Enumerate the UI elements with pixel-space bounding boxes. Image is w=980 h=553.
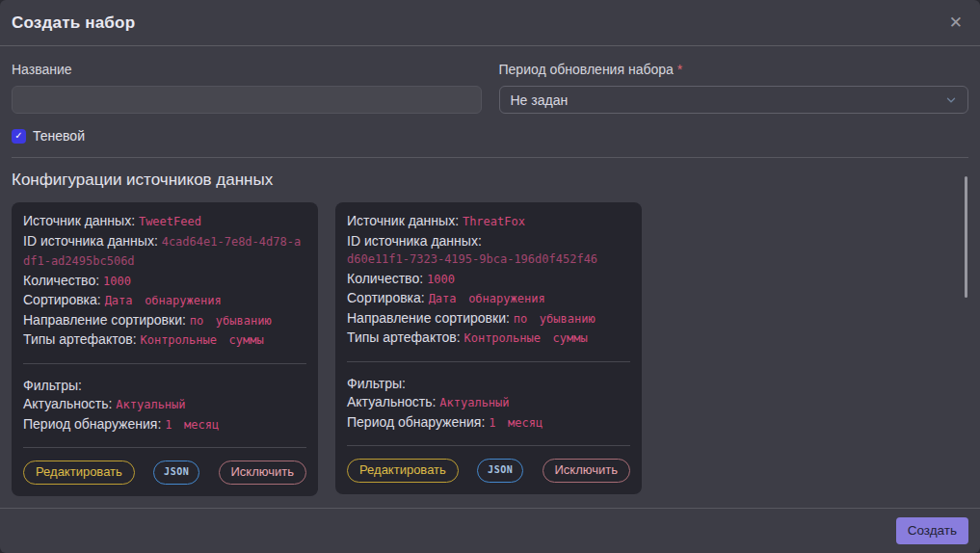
- count-value: 1000: [427, 273, 455, 286]
- card-divider: [23, 363, 306, 364]
- chevron-down-icon: [944, 93, 958, 107]
- sources-section: Конфигурации источников данных Источник …: [0, 158, 980, 508]
- close-button[interactable]: ✕: [945, 11, 967, 35]
- artifact-types-value: Контрольные суммы: [140, 333, 263, 347]
- card-buttons: Редактировать JSON Исключить: [347, 459, 630, 483]
- edit-button[interactable]: Редактировать: [23, 461, 135, 485]
- json-button[interactable]: JSON: [477, 459, 523, 483]
- detection-period-value: 1 месяц: [489, 416, 543, 430]
- shadow-checkbox-label: Теневой: [33, 128, 85, 144]
- source-name-value: ThreatFox: [463, 215, 525, 228]
- actuality-value: Актуальный: [439, 396, 509, 409]
- form-row: Название Период обновления набора * Не з…: [0, 46, 980, 114]
- sort-row: Сортировка: Дата обнаружения: [23, 291, 306, 311]
- card-divider: [347, 445, 630, 446]
- actuality-row: Актуальность: Актуальный: [347, 393, 630, 413]
- filters-heading: Фильтры:: [347, 375, 630, 394]
- update-period-select[interactable]: Не задан: [499, 86, 969, 114]
- sort-direction-row: Направление сортировки: по убыванию: [23, 311, 306, 331]
- exclude-button[interactable]: Исключить: [543, 459, 631, 483]
- detection-period-value: 1 месяц: [165, 418, 219, 432]
- count-row: Количество: 1000: [23, 272, 306, 292]
- modal-title: Создать набор: [12, 13, 135, 33]
- sort-direction-value: по убыванию: [190, 314, 272, 328]
- exclude-button[interactable]: Исключить: [219, 461, 307, 485]
- detection-period-row: Период обнаружения: 1 месяц: [23, 415, 306, 435]
- source-id-row: ID источника данных: 4cad64e1-7e8d-4d78-…: [23, 232, 306, 272]
- edit-button[interactable]: Редактировать: [347, 459, 459, 483]
- sort-direction-value: по убыванию: [514, 312, 596, 326]
- source-name-row: Источник данных: ThreatFox: [347, 212, 630, 232]
- source-name-value: TweetFeed: [139, 215, 201, 228]
- name-label: Название: [12, 62, 482, 77]
- json-button[interactable]: JSON: [153, 461, 199, 485]
- shadow-checkbox[interactable]: ✓: [12, 129, 26, 144]
- create-set-modal: Создать набор ✕ Название Период обновлен…: [0, 0, 980, 553]
- name-field-group: Название: [12, 62, 482, 114]
- count-value: 1000: [103, 275, 131, 288]
- source-id-row: ID источника данных: d60e11f1-7323-4195-…: [347, 232, 630, 270]
- check-icon: ✓: [14, 131, 22, 141]
- artifact-types-row: Типы артефактов: Контрольные суммы: [347, 329, 630, 349]
- actuality-value: Актуальный: [116, 398, 185, 411]
- create-button[interactable]: Создать: [896, 517, 968, 544]
- sort-direction-row: Направление сортировки: по убыванию: [347, 309, 630, 329]
- scrollbar-thumb[interactable]: [965, 176, 967, 298]
- detection-period-row: Период обнаружения: 1 месяц: [347, 413, 630, 434]
- period-field-group: Период обновления набора * Не задан: [499, 62, 969, 114]
- artifact-types-value: Контрольные суммы: [464, 331, 587, 345]
- period-label: Период обновления набора *: [499, 62, 969, 77]
- card-divider: [23, 447, 306, 448]
- source-card-tweetfeed: Источник данных: TweetFeed ID источника …: [12, 202, 318, 496]
- modal-header: Создать набор ✕: [0, 0, 980, 46]
- filters-heading: Фильтры:: [23, 377, 306, 396]
- source-card-threatfox: Источник данных: ThreatFox ID источника …: [335, 202, 642, 494]
- close-icon: ✕: [949, 13, 963, 32]
- sort-value: Дата обнаружения: [105, 294, 222, 307]
- name-input[interactable]: [12, 86, 482, 114]
- source-name-row: Источник данных: TweetFeed: [23, 212, 306, 232]
- sort-row: Сортировка: Дата обнаружения: [347, 289, 630, 309]
- modal-footer: Создать: [0, 508, 980, 553]
- card-buttons: Редактировать JSON Исключить: [23, 461, 306, 485]
- card-divider: [347, 361, 630, 362]
- source-id-value: d60e11f1-7323-4195-9bca-196d0f452f46: [347, 250, 630, 270]
- sort-value: Дата обнаружения: [429, 292, 545, 305]
- shadow-checkbox-row[interactable]: ✓ Теневой: [12, 128, 85, 144]
- source-cards: Источник данных: TweetFeed ID источника …: [12, 202, 968, 496]
- section-title: Конфигурации источников данных: [12, 171, 968, 190]
- update-period-selected-value: Не задан: [511, 92, 569, 108]
- artifact-types-row: Типы артефактов: Контрольные суммы: [23, 330, 306, 351]
- count-row: Количество: 1000: [347, 270, 630, 290]
- actuality-row: Актуальность: Актуальный: [23, 395, 306, 415]
- required-asterisk: *: [677, 62, 682, 77]
